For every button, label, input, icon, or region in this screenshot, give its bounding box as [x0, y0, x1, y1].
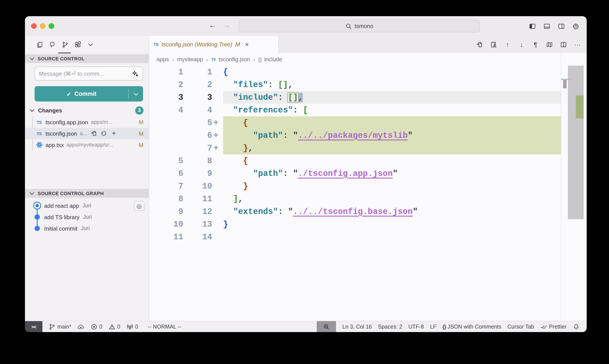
code-line[interactable]: 33 "include": [],: [149, 91, 587, 104]
status-normal[interactable]: -- NORMAL --: [148, 324, 181, 330]
git-status-modified: M: [139, 142, 143, 148]
code-token: [223, 156, 243, 166]
code-line[interactable]: 5+ {: [149, 116, 587, 129]
new-line-number: 6: [183, 130, 212, 140]
word-wrap-map-icon[interactable]: [545, 40, 553, 48]
activity-overflow-chevron-icon[interactable]: [86, 40, 94, 49]
extensions-icon[interactable]: [74, 40, 82, 49]
scrollbar-slider[interactable]: [568, 66, 584, 219]
change-file-row[interactable]: app.tsxapps/myviteapp/sr...M: [25, 139, 149, 151]
commit-dropdown-chevron-icon[interactable]: [129, 86, 143, 102]
minimize-window-button[interactable]: [40, 23, 46, 29]
old-line-number: 1: [149, 67, 183, 77]
code-token: [223, 92, 233, 102]
code-line[interactable]: 7+ },: [149, 142, 587, 155]
whitespace-pilcrow-icon[interactable]: ¶: [531, 40, 539, 48]
old-line-number: 2: [149, 80, 183, 90]
file-path: apps/myviteapp/sr...: [66, 142, 113, 148]
source-control-section-header[interactable]: SOURCE CONTROL: [25, 54, 149, 63]
commit-row[interactable]: Initial commitJuri: [25, 223, 149, 234]
split-editor-icon[interactable]: [559, 40, 568, 48]
status-0[interactable]: 0: [108, 323, 120, 330]
code-line[interactable]: 11{: [149, 66, 587, 78]
code-line[interactable]: 44 "references": [: [149, 104, 587, 116]
stage-icon[interactable]: +: [111, 130, 117, 137]
breadcrumb-item[interactable]: tsconfig.json: [219, 56, 250, 63]
code-line[interactable]: 69 "path": "./tsconfig.app.json": [149, 167, 587, 180]
code-line[interactable]: 58 {: [149, 155, 587, 167]
new-line-number: 11: [183, 194, 212, 204]
commit-row[interactable]: add react appJuri: [25, 200, 149, 211]
array-icon: [ ]: [258, 56, 261, 62]
changes-file-list: TStsconfig.app.jsonapps/m...MTStsconfig.…: [25, 116, 149, 151]
target-icon: ◎: [137, 202, 142, 209]
status-lf[interactable]: LF: [430, 324, 436, 330]
discard-icon[interactable]: [101, 130, 107, 137]
breadcrumb-item[interactable]: include: [264, 56, 282, 63]
change-file-row[interactable]: TStsconfig.app.jsonapps/m...M: [25, 116, 149, 128]
code-line[interactable]: 22 "files": [],: [149, 78, 587, 91]
search-activity-icon[interactable]: [48, 40, 56, 49]
close-window-button[interactable]: [31, 23, 37, 29]
status-0[interactable]: 0: [91, 323, 102, 330]
open-file-icon[interactable]: [91, 130, 97, 137]
code-token: "files": [233, 80, 268, 90]
code-line[interactable]: 1013}: [149, 218, 587, 231]
source-control-icon[interactable]: [61, 40, 69, 49]
commit-message-input[interactable]: Message (⌘⏎ to comm...: [35, 66, 143, 80]
previous-change-icon[interactable]: ↑: [504, 40, 511, 48]
code-token: ": [293, 130, 298, 140]
code-token: []: [288, 92, 298, 102]
new-line-number: 2: [183, 80, 212, 90]
diff-editor: 11{22 "files": [],33 "include": [],44 "r…: [149, 66, 587, 321]
status-zoom-in[interactable]: [317, 321, 336, 332]
breadcrumb-item[interactable]: myviteapp: [177, 56, 203, 63]
code-token: ": [408, 130, 413, 140]
tab-tsconfig-working-tree[interactable]: TS tsconfig.json (Working Tree) M ×: [149, 36, 279, 53]
source-control-graph-section-header[interactable]: SOURCE CONTROL GRAPH: [25, 189, 149, 198]
status-cursor-tab[interactable]: Cursor Tab: [507, 324, 534, 330]
open-file-icon[interactable]: [476, 40, 483, 48]
status-main[interactable]: main*: [49, 323, 71, 330]
code-line[interactable]: 1114: [149, 231, 587, 243]
check-icon: ✓: [66, 90, 71, 97]
stage-plus-icon: +: [112, 130, 116, 137]
more-actions-icon[interactable]: ···: [574, 40, 582, 48]
status-cloud-upload[interactable]: [78, 323, 84, 330]
commit-row[interactable]: add TS libraryJuri: [25, 211, 149, 223]
code-line[interactable]: 912 "extends": "../../tsconfig.base.json…: [149, 205, 587, 218]
toggle-secondary-sidebar-icon[interactable]: [557, 22, 565, 30]
status-utf-8[interactable]: UTF-8: [408, 324, 424, 330]
status-ln-3-col-16[interactable]: Ln 3, Col 16: [342, 324, 372, 330]
search-value: tsmono: [355, 23, 373, 29]
inline-view-icon[interactable]: [490, 40, 497, 48]
remote-icon: ><: [31, 324, 36, 329]
ts-icon: TS: [211, 57, 216, 62]
forward-icon[interactable]: →: [223, 21, 231, 30]
close-tab-icon[interactable]: ×: [245, 40, 249, 48]
commit-button[interactable]: ✓ Commit: [35, 86, 143, 102]
next-change-icon[interactable]: ↓: [518, 40, 525, 48]
status-remote[interactable]: ><: [25, 321, 42, 332]
toggle-panel-icon[interactable]: [543, 22, 551, 30]
change-file-row[interactable]: TStsconfig.jsona...+M: [25, 128, 149, 139]
toggle-primary-sidebar-icon[interactable]: [529, 22, 536, 30]
status-json-with-comments[interactable]: {}JSON with Comments: [442, 324, 501, 330]
explorer-icon[interactable]: [35, 40, 44, 49]
code-line[interactable]: 710 }: [149, 180, 587, 193]
status-spaces-2[interactable]: Spaces: 2: [378, 324, 402, 330]
settings-gear-icon[interactable]: [572, 22, 580, 30]
status-0[interactable]: 0: [127, 323, 138, 330]
breadcrumb-item[interactable]: apps: [157, 56, 169, 63]
command-center-search[interactable]: tsmono: [238, 20, 480, 32]
code-line[interactable]: 6+ "path": "../../packages/mytslib": [149, 129, 587, 142]
goto-current-history-item-button[interactable]: ◎: [134, 201, 144, 211]
back-icon[interactable]: ←: [209, 21, 216, 30]
maximize-window-button[interactable]: [49, 23, 54, 29]
copilot-sparkle-icon[interactable]: [132, 70, 139, 77]
status-bell[interactable]: [573, 323, 580, 330]
changes-section-row[interactable]: Changes 3: [25, 105, 149, 116]
code-line[interactable]: 811 ],: [149, 193, 587, 205]
commit-author: Juri: [82, 203, 91, 209]
status-prettier[interactable]: Prettier: [540, 323, 567, 330]
